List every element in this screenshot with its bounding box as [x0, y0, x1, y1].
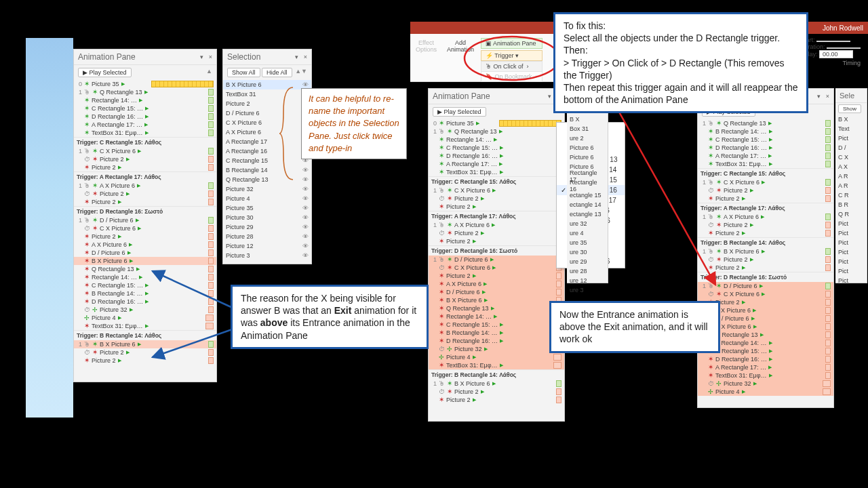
anim-row[interactable]: ✶Rectangle 14: …▶: [429, 136, 564, 144]
anim-row[interactable]: 1🖱✶B X Picture 6▶: [429, 380, 564, 388]
anim-row[interactable]: ✶Q Rectangle 13▶: [429, 304, 564, 312]
anim-row[interactable]: ✶Picture 2▶: [429, 237, 564, 245]
selection-item[interactable]: Q Rectangle 13👁: [223, 175, 311, 184]
anim-row[interactable]: 1🖱✶A X Picture 6▶: [429, 221, 564, 229]
anim-row[interactable]: ✶Picture 2▶: [698, 264, 833, 272]
selection-item[interactable]: A X Picture 6👁: [223, 127, 311, 137]
delay-field[interactable]: 00.00: [819, 50, 853, 58]
anim-row[interactable]: ✶D Rectangle 16: …▶: [74, 113, 216, 121]
animation-pane-toggle[interactable]: ▣ Animation Pane: [481, 38, 542, 49]
selection-item[interactable]: Picture 12👁: [223, 241, 311, 251]
anim-row[interactable]: 1🖱✶C X Picture 6▶: [429, 186, 564, 195]
anim-row[interactable]: ✶B X Picture 6▶: [429, 296, 564, 304]
anim-row[interactable]: ✶D / Picture 6▶: [429, 288, 564, 296]
anim-row[interactable]: ✢Picture 4▶: [698, 388, 833, 396]
panel-down-icon[interactable]: ▾: [200, 54, 203, 60]
anim-row[interactable]: ✶TextBox 31: Εμφ…▶: [429, 168, 564, 176]
eye-icon[interactable]: 👁: [302, 252, 309, 259]
selection-item[interactable]: ure 12: [567, 276, 608, 285]
selection-item[interactable]: ure 3: [567, 285, 608, 295]
anim-row[interactable]: ✶B Rectangle 14: …▶: [74, 289, 216, 298]
selection-item[interactable]: B Rectangle 14👁: [223, 165, 311, 175]
selection-item[interactable]: ure 2: [567, 134, 608, 143]
show-all-button[interactable]: Show All: [227, 68, 260, 77]
anim-row[interactable]: ✶D Rectangle 16: …▶: [74, 298, 216, 306]
selection-item[interactable]: ure 30: [567, 247, 608, 257]
anim-row[interactable]: ✶A Rectangle 17: …▶: [698, 363, 833, 371]
anim-row[interactable]: ✶Picture 2▶: [698, 229, 833, 237]
selection-item[interactable]: Picture 6: [567, 143, 608, 152]
anim-row[interactable]: ✶B Rectangle 14: …▶: [429, 329, 564, 337]
eye-icon[interactable]: 👁: [302, 176, 309, 183]
selection-item[interactable]: Picture 6: [567, 152, 608, 162]
anim-row[interactable]: ✶Picture 2▶: [74, 232, 216, 241]
anim-row[interactable]: ✶Picture 2▶: [429, 272, 564, 280]
anim-row[interactable]: 0✶Picture 35▶: [429, 119, 564, 127]
anim-row[interactable]: ✶D Rectangle 16: …▶: [698, 144, 833, 152]
anim-row[interactable]: ✶D Rectangle 16: …▶: [698, 355, 833, 363]
anim-row[interactable]: ✶TextBox 31: Εμφ…▶: [698, 160, 833, 168]
selection-item[interactable]: C Rectangle 15👁: [223, 156, 311, 165]
anim-row[interactable]: ⏱✢Picture 32▶: [429, 345, 564, 353]
selection-item[interactable]: Picture 4👁: [223, 194, 311, 203]
selection-item[interactable]: Picture 2👁: [223, 99, 311, 108]
eye-icon[interactable]: 👁: [302, 81, 309, 88]
play-selected-button[interactable]: ▶ Play Selected: [78, 68, 132, 77]
anim-row[interactable]: ✶Rectangle 14: …▶: [429, 312, 564, 321]
selection-item[interactable]: Picture 30👁: [223, 213, 311, 222]
anim-row[interactable]: 1🖱✶Q Rectangle 13▶: [74, 88, 216, 96]
anim-row[interactable]: ✶D / Picture 6▶: [74, 249, 216, 257]
selection-item[interactable]: ectangle 14: [567, 200, 608, 209]
anim-row[interactable]: ✶A Rectangle 17: …▶: [698, 152, 833, 160]
selection-item[interactable]: ure 35: [567, 238, 608, 247]
eye-icon[interactable]: 👁: [302, 167, 309, 174]
anim-row[interactable]: ✶Picture 2▶: [429, 396, 564, 404]
selection-item[interactable]: Rectangle 16: [567, 181, 608, 190]
anim-row[interactable]: ✢Picture 4▶: [74, 314, 216, 322]
anim-row[interactable]: ⏱✶Picture 2▶: [74, 348, 216, 357]
selection-item[interactable]: B X: [567, 115, 608, 124]
anim-row[interactable]: ✶C Rectangle 15: …▶: [698, 136, 833, 144]
anim-row[interactable]: ✶C Rectangle 15: …▶: [74, 104, 216, 113]
anim-row[interactable]: ✶TextBox 31: Εμφ…▶: [74, 129, 216, 137]
anim-row[interactable]: ✶Picture 2▶: [698, 195, 833, 203]
anim-row[interactable]: ⏱✶Picture 2▶: [429, 388, 564, 396]
anim-row[interactable]: 1🖱✶A X Picture 6▶: [74, 182, 216, 190]
anim-row[interactable]: 1🖱✶Q Rectangle 13▶: [698, 119, 833, 127]
anim-row[interactable]: ✶A Rectangle 17: …▶: [429, 160, 564, 168]
anim-row[interactable]: ⏱✶Picture 2▶: [429, 195, 564, 203]
anim-row[interactable]: ✶Picture 2▶: [74, 163, 216, 171]
selection-item[interactable]: ectangle 13: [567, 209, 608, 219]
selection-item[interactable]: Picture 35👁: [223, 203, 311, 213]
anim-row[interactable]: ✶B X Picture 6▶: [74, 257, 216, 265]
anim-row[interactable]: ⏱✶Picture 2▶: [429, 229, 564, 237]
anim-row[interactable]: ⏱✢Picture 32▶: [74, 306, 216, 314]
anim-row[interactable]: 1🖱✶A X Picture 6▶: [698, 213, 833, 221]
anim-row[interactable]: ✶Rectangle 14: …▶: [74, 96, 216, 104]
anim-row[interactable]: ⏱✶Picture 2▶: [74, 190, 216, 198]
anim-row[interactable]: ✶Picture 2▶: [74, 198, 216, 206]
anim-row[interactable]: ⏱✶Picture 2▶: [74, 155, 216, 163]
anim-row[interactable]: 1🖱✶B X Picture 6▶: [74, 340, 216, 348]
selection-item[interactable]: ure 4: [567, 228, 608, 238]
anim-row[interactable]: 1🖱✶C X Picture 6▶: [74, 147, 216, 155]
selection-item[interactable]: Box 31: [567, 124, 608, 134]
close-icon[interactable]: ×: [304, 54, 307, 60]
anim-row[interactable]: ✶B Rectangle 14: …▶: [698, 127, 833, 136]
hide-all-button[interactable]: Hide All: [262, 68, 292, 77]
anim-row[interactable]: 1🖱✶Q Rectangle 13▶: [429, 127, 564, 136]
reorder-up-icon[interactable]: ▲: [206, 68, 212, 75]
eye-icon[interactable]: 👁: [302, 214, 309, 221]
anim-row[interactable]: ✶Picture 2▶: [429, 203, 564, 211]
selection-item[interactable]: Picture 3👁: [223, 251, 311, 260]
selection-item[interactable]: TextBox 31👁: [223, 89, 311, 99]
anim-row[interactable]: ✶Picture 2▶: [74, 357, 216, 365]
anim-row[interactable]: ✶Q Rectangle 13▶: [74, 265, 216, 273]
anim-row[interactable]: ✶TextBox 31: Εμφ…▶: [698, 371, 833, 380]
anim-row[interactable]: ✶A X Picture 6▶: [429, 280, 564, 288]
panel-down-icon[interactable]: ▾: [295, 54, 298, 60]
anim-row[interactable]: 1🖱✶B X Picture 6▶: [698, 247, 833, 256]
anim-row[interactable]: ⏱✶C X Picture 6▶: [74, 224, 216, 232]
anim-row[interactable]: ✶TextBox 31: Εμφ…▶: [429, 361, 564, 369]
anim-row[interactable]: ✢Picture 4▶: [429, 353, 564, 361]
